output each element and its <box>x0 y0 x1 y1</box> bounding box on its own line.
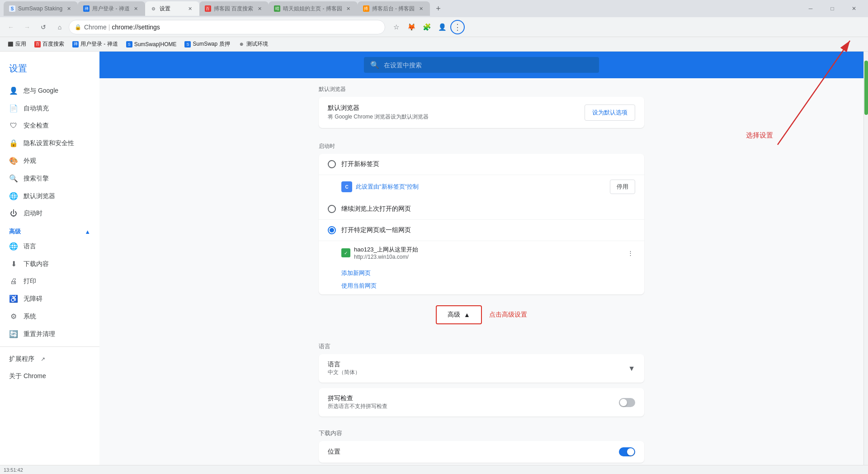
set-default-button[interactable]: 设为默认选项 <box>585 104 635 121</box>
language-info: 语言 中文（简体） <box>328 360 628 376</box>
startup-option-new-tab[interactable]: 打开新标签页 <box>319 154 644 175</box>
status-text: 13:51:42 <box>4 467 23 473</box>
language-expand-icon[interactable]: ▼ <box>628 365 635 373</box>
startup-option-specific[interactable]: 打开特定网页或一组网页 <box>319 220 644 241</box>
extension-button2[interactable]: 🧩 <box>420 20 434 34</box>
bookmark-apps[interactable]: ⬛ 应用 <box>4 39 30 49</box>
sidebar-item-language[interactable]: 🌐 语言 <box>0 237 99 255</box>
tab-qing[interactable]: 晴 晴天姐姐的主页 - 搏客园 ✕ <box>269 1 358 16</box>
sidebar-label-language: 语言 <box>24 242 36 251</box>
tab-close-settings[interactable]: ✕ <box>187 5 194 12</box>
tab-close-qing[interactable]: ✕ <box>345 5 352 12</box>
new-tab-button[interactable]: + <box>432 2 444 15</box>
sidebar-extensions[interactable]: 扩展程序 ↗ <box>0 351 99 368</box>
language-row[interactable]: 语言 中文（简体） ▼ <box>319 354 644 383</box>
use-current-page-link[interactable]: 使用当前网页 <box>319 282 644 294</box>
extension-button1[interactable]: 🦊 <box>404 20 419 34</box>
settings-main: 🔍 默认浏览器 默认浏览器 将 Google Chrome 浏览器设为默认浏览器… <box>99 52 863 465</box>
radio-specific[interactable] <box>328 226 336 234</box>
bookmark-favicon-zendao: 禅 <box>72 41 79 47</box>
startup-url-more-button[interactable]: ⋮ <box>626 248 635 258</box>
advanced-section-header[interactable]: 高级 ▲ <box>0 222 99 237</box>
controlled-by-row: C 此设置由"新标签页"控制 停用 <box>319 175 644 199</box>
startup-options-card: 打开新标签页 C 此设置由"新标签页"控制 停用 继续浏览上次打开的网页 <box>319 154 644 294</box>
add-new-page-link[interactable]: 添加新网页 <box>319 265 644 282</box>
language-section-label: 语言 <box>319 335 644 354</box>
maximize-button[interactable]: □ <box>822 1 843 16</box>
tab-close-sumswap[interactable]: ✕ <box>65 5 72 12</box>
startup-option-continue-label: 继续浏览上次打开的网页 <box>341 205 411 213</box>
sidebar-item-reset[interactable]: 🔄 重置并清理 <box>0 325 99 343</box>
tab-close-zendao[interactable]: ✕ <box>132 5 140 12</box>
language-title: 语言 <box>328 360 628 369</box>
profile-button[interactable]: 👤 <box>435 20 449 34</box>
advanced-collapse-icon: ▲ <box>85 228 90 235</box>
tab-close-bo[interactable]: ✕ <box>417 5 425 12</box>
bookmark-label-test: 测试环境 <box>246 40 268 48</box>
home-button[interactable]: ⌂ <box>52 20 67 34</box>
startup-option-continue[interactable]: 继续浏览上次打开的网页 <box>319 199 644 220</box>
scrollbar-track[interactable] <box>863 52 868 465</box>
bookmark-button[interactable]: ☆ <box>389 20 403 34</box>
spell-check-toggle[interactable] <box>619 398 635 407</box>
controlled-text: 此设置由"新标签页"控制 <box>356 183 419 191</box>
advanced-hint-text: 点击高级设置 <box>489 311 527 319</box>
annotation-text: 选择设置 <box>746 131 773 140</box>
sidebar-item-default-browser[interactable]: 🌐 默认浏览器 <box>0 187 99 205</box>
tab-title-baidu: 搏客园 百度搜索 <box>214 5 253 13</box>
bookmark-sumswap-home[interactable]: S SumSwap|HOME <box>123 40 180 49</box>
sidebar-item-accessibility[interactable]: ♿ 无障碍 <box>0 290 99 308</box>
bookmark-label-baidu: 百度搜索 <box>42 40 64 48</box>
tab-baidu[interactable]: 百 搏客园 百度搜索 ✕ <box>199 1 269 16</box>
radio-new-tab[interactable] <box>328 160 336 168</box>
startup-section-label: 启动时 <box>319 135 644 154</box>
advanced-btn-icon: ▲ <box>464 311 470 318</box>
startup-url-title: hao123_上网从这里开始 <box>354 246 622 254</box>
tab-favicon-zendao: 禅 <box>83 5 90 12</box>
sidebar-item-appearance[interactable]: 🎨 外观 <box>0 152 99 170</box>
sidebar-label-accessibility: 无障碍 <box>24 295 42 303</box>
download-location-toggle[interactable] <box>619 447 635 456</box>
bookmark-baidu[interactable]: 百 百度搜索 <box>31 39 68 49</box>
sidebar-about[interactable]: 关于 Chrome <box>0 368 99 385</box>
chrome-label: Chrome <box>84 24 107 31</box>
spell-check-row: 拼写检查 所选语言不支持拼写检查 <box>319 388 644 417</box>
spell-check-card: 拼写检查 所选语言不支持拼写检查 <box>319 388 644 417</box>
bookmark-zendao[interactable]: 禅 用户登录 - 禅道 <box>69 39 122 49</box>
tab-zendao[interactable]: 禅 用户登录 - 禅道 ✕ <box>78 1 145 16</box>
address-bar[interactable]: 🔒 Chrome | chrome://settings <box>69 20 385 34</box>
bookmark-label-sumswap-home: SumSwap|HOME <box>134 41 177 47</box>
bookmark-test-env[interactable]: ⊕ 测试环境 <box>235 39 272 49</box>
lock-icon: 🔒 <box>75 24 81 30</box>
radio-continue[interactable] <box>328 205 336 213</box>
minimize-button[interactable]: ─ <box>800 1 821 16</box>
tab-bo[interactable]: 搏 搏客后台 - 搏客园 ✕ <box>358 1 430 16</box>
startup-url-info: hao123_上网从这里开始 http://123.win10a.com/ <box>354 246 622 260</box>
sidebar-item-autofill[interactable]: 📄 自动填充 <box>0 100 99 117</box>
download-location-row: 位置 <box>319 441 644 463</box>
sidebar-item-privacy[interactable]: 🔒 隐私设置和安全性 <box>0 134 99 152</box>
sidebar-item-system[interactable]: ⚙ 系统 <box>0 308 99 325</box>
tab-sumswap-staking[interactable]: S SumSwap Staking ✕ <box>4 1 78 16</box>
sidebar-item-search-engine[interactable]: 🔍 搜索引擎 <box>0 170 99 187</box>
download-location-info: 位置 <box>328 448 619 456</box>
close-button[interactable]: ✕ <box>844 1 864 16</box>
advanced-settings-button[interactable]: 高级 ▲ <box>436 305 482 324</box>
sidebar-item-startup[interactable]: ⏻ 启动时 <box>0 205 99 222</box>
tab-settings[interactable]: ⚙ 设置 ✕ <box>145 1 199 16</box>
sidebar-item-security[interactable]: 🛡 安全检查 <box>0 117 99 134</box>
disable-extension-button[interactable]: 停用 <box>610 180 635 194</box>
bookmarks-bar: ⬛ 应用 百 百度搜索 禅 用户登录 - 禅道 S SumSwap|HOME S… <box>0 37 868 52</box>
back-button[interactable]: ← <box>4 20 18 34</box>
settings-search-input[interactable] <box>384 62 593 69</box>
reload-button[interactable]: ↺ <box>36 20 51 34</box>
sidebar-item-print[interactable]: 🖨 打印 <box>0 273 99 290</box>
scrollbar-thumb[interactable] <box>864 61 868 115</box>
sidebar-item-downloads[interactable]: ⬇ 下载内容 <box>0 255 99 273</box>
tab-close-baidu[interactable]: ✕ <box>256 5 263 12</box>
bookmark-sumswap-pledge[interactable]: S SumSwap 质押 <box>181 39 233 49</box>
chrome-menu-button[interactable]: ⋮ <box>450 20 465 34</box>
forward-button[interactable]: → <box>20 20 34 34</box>
sidebar-item-google[interactable]: 👤 您与 Google <box>0 82 99 100</box>
default-browser-desc: 将 Google Chrome 浏览器设为默认浏览器 <box>328 113 585 121</box>
